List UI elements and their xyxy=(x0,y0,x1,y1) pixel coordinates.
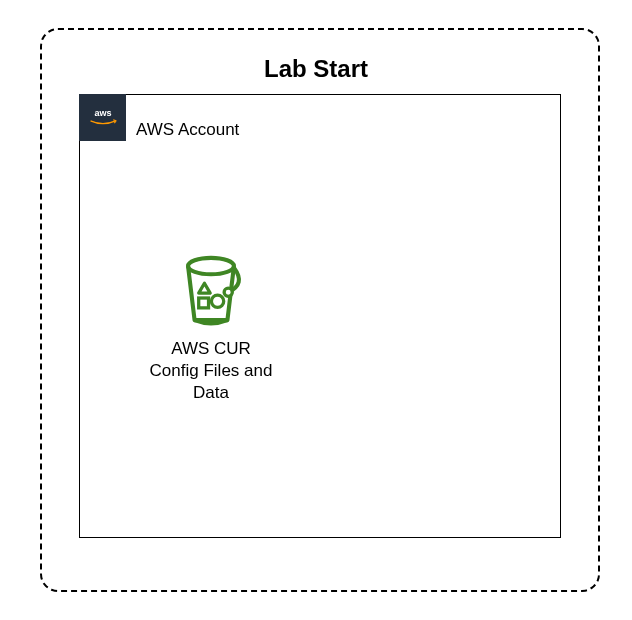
svg-point-2 xyxy=(224,288,232,296)
svg-point-1 xyxy=(188,258,234,274)
s3-bucket-icon xyxy=(170,248,252,330)
aws-logo: aws xyxy=(79,94,126,141)
bucket-label-line2: Config Files and xyxy=(150,360,273,382)
svg-text:aws: aws xyxy=(94,107,111,117)
bucket-label: AWS CUR Config Files and Data xyxy=(150,338,273,404)
bucket-label-line1: AWS CUR xyxy=(150,338,273,360)
bucket-label-line3: Data xyxy=(150,382,273,404)
account-label: AWS Account xyxy=(136,120,239,140)
svg-point-4 xyxy=(211,295,223,307)
svg-rect-3 xyxy=(199,298,209,308)
bucket-group: AWS CUR Config Files and Data xyxy=(145,248,277,404)
diagram-title: Lab Start xyxy=(0,55,632,83)
